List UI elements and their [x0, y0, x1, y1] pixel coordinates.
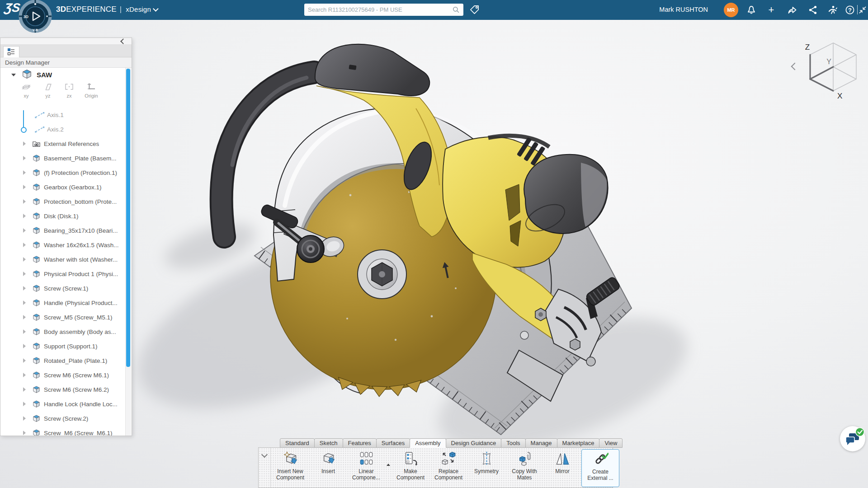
- app-name[interactable]: xDesign: [126, 5, 151, 13]
- button-copy-with-mates[interactable]: Copy WithMates: [505, 449, 543, 481]
- collaboration-user-icon[interactable]: [827, 5, 838, 15]
- button-replace-component[interactable]: ReplaceComponent: [429, 449, 467, 481]
- tree-item[interactable]: (f) Protection (Protection.1): [0, 165, 132, 180]
- notifications-bell-icon[interactable]: [746, 5, 757, 15]
- tab-marketplace[interactable]: Marketplace: [557, 438, 600, 448]
- tab-design-manager[interactable]: [3, 46, 19, 57]
- tree-item[interactable]: Screw (Screw.2): [0, 411, 132, 426]
- panel-collapse-chevron-icon[interactable]: [120, 38, 126, 44]
- button-symmetry[interactable]: Symmetry: [467, 449, 505, 475]
- tree-item-axis1[interactable]: Axis.1: [0, 108, 132, 122]
- axis-y-label[interactable]: Y: [826, 58, 831, 66]
- tab-sketch[interactable]: Sketch: [314, 438, 343, 448]
- axis-z-label[interactable]: Z: [805, 43, 810, 52]
- tab-features[interactable]: Features: [343, 438, 377, 448]
- expand-arrow-icon[interactable]: [23, 199, 26, 204]
- tree-scrollbar-track[interactable]: [125, 68, 131, 436]
- tab-manage[interactable]: Manage: [525, 438, 557, 448]
- expand-arrow-icon[interactable]: [23, 156, 26, 160]
- ribbon-collapse-chevron-icon[interactable]: [261, 451, 268, 458]
- expand-arrow-icon[interactable]: [23, 315, 26, 319]
- tree-item[interactable]: Washer 16x26x1.5 (Wash...: [0, 238, 132, 252]
- plane-xy[interactable]: xy: [15, 83, 38, 99]
- tree-item[interactable]: Washer with slot (Washer...: [0, 252, 132, 267]
- tree-item[interactable]: Gearbox (Gearbox.1): [0, 180, 132, 194]
- tree-item[interactable]: Screw_M5 (Screw_M5.1): [0, 310, 132, 324]
- expand-arrow-icon[interactable]: [23, 170, 26, 175]
- expand-arrow-icon[interactable]: [23, 373, 26, 377]
- expand-arrow-icon[interactable]: [23, 243, 26, 247]
- view-cube[interactable]: Z Y X: [805, 43, 856, 100]
- tree-item[interactable]: Screw (Screw.1): [0, 281, 132, 296]
- help-icon[interactable]: ?: [844, 5, 855, 15]
- tab-tools[interactable]: Tools: [501, 438, 525, 448]
- expand-arrow-icon[interactable]: [23, 272, 26, 276]
- tags-icon[interactable]: [469, 5, 480, 15]
- expand-arrow-icon[interactable]: [23, 344, 26, 348]
- search-input[interactable]: [307, 6, 452, 14]
- expand-arrow-icon[interactable]: [23, 358, 26, 363]
- expand-arrow-icon[interactable]: [23, 214, 26, 218]
- tree-item[interactable]: Handle Lock (Handle Loc...: [0, 397, 132, 411]
- expand-arrow-icon[interactable]: [23, 387, 26, 392]
- axis-x-label[interactable]: X: [837, 92, 842, 100]
- top-handle-grip[interactable]: [315, 44, 429, 96]
- search-icon[interactable]: [452, 5, 461, 14]
- button-make-component[interactable]: MakeComponent: [392, 449, 429, 481]
- user-name[interactable]: Mark RUSHTON: [659, 6, 708, 13]
- rear-handle-knob[interactable]: [522, 155, 608, 236]
- app-switcher-chevron-icon[interactable]: [153, 6, 159, 12]
- expand-arrow-icon[interactable]: [23, 228, 26, 233]
- share-nodes-icon[interactable]: [807, 5, 818, 15]
- add-plus-icon[interactable]: +: [766, 5, 777, 15]
- tree-item[interactable]: Support (Support.1): [0, 339, 132, 353]
- user-avatar[interactable]: MR: [724, 3, 738, 17]
- tree-item[interactable]: Physical Product 1 (Physi...: [0, 267, 132, 281]
- expand-arrow-icon[interactable]: [23, 416, 26, 421]
- button-linear-pattern[interactable]: LinearCompone...: [347, 449, 385, 481]
- tree-item[interactable]: Bearing_35x17x10 (Beari...: [0, 223, 132, 238]
- tree-item[interactable]: Basement_Plate (Basem...: [0, 151, 132, 165]
- 3d-compass[interactable]: 3D V.R: [18, 0, 52, 34]
- messaging-button[interactable]: [840, 426, 865, 451]
- collapse-arrow-icon[interactable]: [11, 74, 16, 76]
- blade-hub-bolt[interactable]: [358, 250, 406, 299]
- tree-item[interactable]: Screw M6 (Screw M6.1): [0, 368, 132, 382]
- tree-item[interactable]: Rotated_Plate (Plate.1): [0, 353, 132, 368]
- component-cube-icon: [32, 255, 41, 264]
- button-insert-new-component[interactable]: Insert NewComponent: [271, 449, 309, 481]
- tree-item-axis2[interactable]: Axis.2: [0, 122, 132, 136]
- collapse-window-icon[interactable]: [858, 5, 867, 15]
- plane-yz[interactable]: yz: [37, 83, 59, 99]
- tab-assembly[interactable]: Assembly: [410, 438, 446, 448]
- tab-view[interactable]: View: [599, 438, 623, 448]
- button-insert[interactable]: Insert: [309, 449, 347, 475]
- expand-arrow-icon[interactable]: [23, 431, 26, 435]
- search-bar[interactable]: [304, 4, 463, 16]
- tree-scrollbar-thumb[interactable]: [126, 69, 130, 367]
- tree-item[interactable]: Screw_M6 (Screw_M6.1): [0, 426, 132, 436]
- tab-standard[interactable]: Standard: [280, 438, 315, 448]
- tab-design-guidance[interactable]: Design Guidance: [446, 438, 502, 448]
- tree-item[interactable]: Screw M6 (Screw M6.2): [0, 382, 132, 397]
- button-create-external[interactable]: CreateExternal ...: [581, 449, 619, 487]
- expand-arrow-icon[interactable]: [23, 286, 26, 291]
- expand-arrow-icon[interactable]: [23, 402, 26, 406]
- tree-item[interactable]: Protection_bottom (Prote...: [0, 194, 132, 209]
- expand-arrow-icon[interactable]: [23, 185, 26, 189]
- expand-arrow-icon[interactable]: [23, 257, 26, 262]
- tree-item[interactable]: External References: [0, 136, 132, 151]
- tree-item[interactable]: Body assembly (Body as...: [0, 324, 132, 339]
- tree-item[interactable]: Handle (Physical Product...: [0, 296, 132, 310]
- flyout-arrow-icon[interactable]: [385, 449, 392, 466]
- origin-node[interactable]: Origin: [78, 83, 104, 99]
- button-mirror[interactable]: Mirror: [543, 449, 581, 475]
- tree-item[interactable]: Disk (Disk.1): [0, 209, 132, 223]
- expand-arrow-icon[interactable]: [23, 300, 26, 305]
- tab-surfaces[interactable]: Surfaces: [376, 438, 410, 448]
- share-forward-icon[interactable]: [787, 5, 797, 15]
- expand-arrow-icon[interactable]: [23, 329, 26, 334]
- plane-zx[interactable]: zx: [58, 83, 80, 99]
- expand-arrow-icon[interactable]: [23, 141, 26, 146]
- tree-root-saw[interactable]: SAW: [0, 68, 132, 81]
